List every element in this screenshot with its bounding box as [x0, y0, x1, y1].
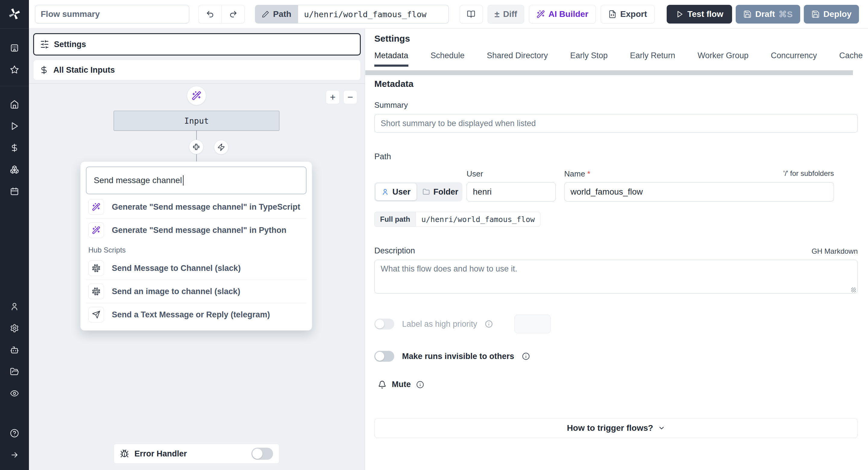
flow-summary-input[interactable]	[35, 5, 189, 24]
slack-icon	[88, 284, 104, 299]
description-textarea[interactable]	[374, 260, 858, 294]
test-flow-button[interactable]: Test flow	[667, 5, 732, 24]
undo-button[interactable]	[198, 5, 221, 24]
name-input[interactable]	[564, 182, 834, 202]
markdown-hint: GH Markdown	[812, 247, 858, 256]
invisible-runs-label: Make runs invisible to others	[402, 352, 514, 361]
save-icon	[811, 10, 820, 19]
generate-typescript-item[interactable]: Generate "Send message channel" in TypeS…	[86, 196, 307, 218]
trigger-step-button[interactable]	[214, 140, 228, 154]
hub-script-item[interactable]: Send a Text Message or Reply (telegram)	[86, 303, 307, 326]
ai-builder-button[interactable]: AI Builder	[529, 5, 596, 24]
bug-icon	[120, 449, 129, 458]
deploy-button[interactable]: Deploy	[804, 5, 859, 24]
error-handler-node[interactable]: Error Handler	[114, 444, 279, 464]
diff-button[interactable]: ± Diff	[488, 5, 524, 24]
settings-icon[interactable]	[0, 317, 29, 339]
wand-sparkles-icon	[88, 199, 104, 215]
step-picker-dropdown: Send message channel Generate "Send mess…	[80, 161, 312, 331]
name-field-label: Name *	[564, 169, 590, 179]
bell-icon	[378, 380, 386, 389]
telegram-send-icon	[88, 307, 104, 322]
path-value-input[interactable]	[298, 5, 449, 24]
pencil-icon	[261, 10, 270, 18]
favorites-icon[interactable]	[0, 59, 29, 81]
folder-icon	[423, 188, 430, 196]
add-step-button[interactable]	[189, 140, 204, 154]
tab-early-stop[interactable]: Early Stop	[570, 51, 608, 67]
resources-icon[interactable]	[0, 159, 29, 180]
users-icon[interactable]	[0, 296, 29, 317]
tab-early-return[interactable]: Early Return	[630, 51, 675, 67]
info-icon	[485, 320, 493, 328]
owner-kind-user[interactable]: User	[375, 183, 416, 200]
home-icon[interactable]	[0, 93, 29, 115]
owner-kind-toggle: User Folder	[374, 182, 462, 202]
audit-logs-icon[interactable]	[0, 383, 29, 404]
lightning-icon	[217, 143, 225, 151]
tab-metadata[interactable]: Metadata	[374, 51, 408, 67]
dollar-icon	[39, 65, 49, 75]
export-button[interactable]: Export	[601, 5, 655, 24]
invisible-runs-toggle[interactable]	[374, 351, 394, 362]
variables-icon[interactable]	[0, 137, 29, 159]
settings-panel: Settings Metadata Schedule Shared Direct…	[365, 29, 868, 470]
tab-schedule[interactable]: Schedule	[431, 51, 465, 67]
workspace-icon[interactable]	[0, 37, 29, 59]
high-priority-toggle[interactable]	[374, 319, 394, 329]
book-open-icon	[467, 10, 475, 19]
hub-scripts-section-label: Hub Scripts	[88, 246, 307, 254]
ai-flow-builder-button[interactable]	[187, 86, 206, 105]
required-asterisk: *	[587, 169, 590, 178]
tab-shared-directory[interactable]: Shared Directory	[487, 51, 548, 67]
sidebar	[0, 0, 29, 470]
chevron-down-icon	[658, 424, 665, 432]
tab-concurrency[interactable]: Concurrency	[771, 51, 817, 67]
settings-tabs: Metadata Schedule Shared Directory Early…	[374, 51, 868, 67]
full-path-value: u/henri/world_famous_flow	[415, 212, 540, 227]
tab-cache[interactable]: Cache	[839, 51, 863, 67]
schedules-icon[interactable]	[0, 180, 29, 202]
help-icon[interactable]	[0, 422, 29, 444]
zoom-out-button[interactable]: −	[343, 90, 357, 104]
summary-input[interactable]	[374, 114, 858, 133]
redo-icon	[229, 10, 238, 19]
step-search-input[interactable]: Send message channel	[86, 167, 307, 194]
play-icon	[675, 10, 684, 19]
path-edit-button[interactable]: Path	[255, 5, 298, 24]
mute-label: Mute	[392, 380, 411, 389]
resize-handle[interactable]	[851, 288, 856, 292]
draft-shortcut: ⌘S	[778, 9, 793, 19]
input-node[interactable]: Input	[114, 111, 279, 130]
slack-icon	[88, 260, 104, 276]
all-static-inputs-node[interactable]: All Static Inputs	[33, 60, 361, 80]
settings-panel-title: Settings	[374, 33, 868, 44]
priority-value-input	[515, 315, 551, 333]
how-to-trigger-flows-button[interactable]: How to trigger flows?	[374, 418, 858, 438]
generate-python-item[interactable]: Generate "Send message channel" in Pytho…	[86, 219, 307, 242]
flow-editor-panel: Settings All Static Inputs + − Input Sen…	[29, 29, 365, 470]
docs-button[interactable]	[460, 5, 483, 24]
wand-sparkles-icon	[88, 222, 104, 238]
high-priority-label: Label as high priority	[402, 320, 477, 329]
redo-button[interactable]	[221, 5, 245, 24]
zoom-in-button[interactable]: +	[326, 90, 340, 104]
hub-script-item[interactable]: Send Message to Channel (slack)	[86, 257, 307, 280]
plus-icon	[192, 143, 200, 151]
user-input[interactable]	[467, 182, 556, 202]
tab-worker-group[interactable]: Worker Group	[698, 51, 748, 67]
windmill-logo[interactable]	[0, 0, 29, 29]
flow-settings-node[interactable]: Settings	[33, 33, 361, 56]
workers-icon[interactable]	[0, 339, 29, 361]
tabs-scrollbar[interactable]	[365, 70, 853, 75]
runs-icon[interactable]	[0, 115, 29, 137]
error-handler-toggle[interactable]	[251, 448, 273, 460]
panel-divider	[29, 83, 365, 84]
draft-button[interactable]: Draft ⌘S	[736, 5, 800, 24]
owner-kind-folder[interactable]: Folder	[416, 183, 464, 200]
user-field-label: User	[467, 169, 483, 178]
save-icon	[743, 10, 752, 19]
hub-script-item[interactable]: Send an image to channel (slack)	[86, 280, 307, 303]
folders-icon[interactable]	[0, 361, 29, 383]
expand-sidebar-icon[interactable]	[0, 444, 29, 466]
